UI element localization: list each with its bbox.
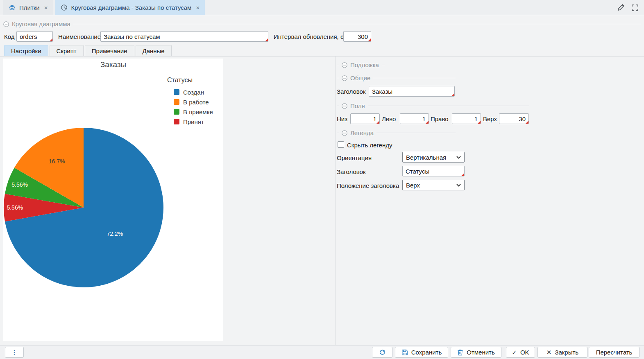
pie-percent-label: 5.56% bbox=[11, 181, 28, 188]
interval-label: Интервал обновления, с bbox=[274, 33, 343, 41]
window-tab-label: Плитки bbox=[19, 4, 40, 11]
tab-note[interactable]: Примечание bbox=[85, 45, 134, 56]
close-icon[interactable]: × bbox=[196, 4, 200, 11]
name-label: Наименование bbox=[58, 33, 101, 41]
legend-swatch bbox=[174, 109, 179, 115]
collapse-icon[interactable] bbox=[342, 75, 347, 81]
pie-percent-label: 5.56% bbox=[7, 204, 23, 211]
tab-data[interactable]: Данные bbox=[136, 45, 172, 56]
layers-icon bbox=[9, 4, 16, 11]
margin-left-field bbox=[400, 113, 429, 124]
group-label: Общие bbox=[350, 75, 370, 81]
margin-left-label: Лево bbox=[382, 115, 396, 123]
group-background-header: Подложка bbox=[337, 61, 385, 68]
ok-button[interactable]: ✓ OK bbox=[506, 347, 535, 358]
hide-legend-label: Скрыть легенду bbox=[347, 142, 392, 149]
legend-swatch bbox=[174, 89, 179, 95]
more-button[interactable]: ⋮ bbox=[5, 347, 24, 358]
cancel-label: Отменить bbox=[467, 349, 495, 356]
legend-swatch bbox=[174, 119, 179, 124]
legend-label: Принят bbox=[183, 118, 204, 125]
pie-percent-label: 72.2% bbox=[107, 230, 123, 237]
more-icon: ⋮ bbox=[11, 349, 18, 356]
collapse-icon[interactable] bbox=[3, 21, 9, 27]
legend-item[interactable]: Принят bbox=[167, 117, 213, 126]
recalculate-button[interactable]: Пересчитать bbox=[589, 347, 639, 358]
margin-bottom-field bbox=[350, 113, 380, 124]
group-label: Подложка bbox=[350, 61, 379, 68]
margin-right-input[interactable] bbox=[452, 114, 481, 124]
margin-bottom-input[interactable] bbox=[351, 114, 379, 124]
chart-title-label: Заголовок bbox=[337, 88, 366, 95]
bottom-toolbar: ⋮ Сохранить Отменить ✓ OK ✕ Закрыть Пере… bbox=[0, 345, 644, 359]
pie-percent-label: 16.7% bbox=[49, 158, 65, 165]
tab-script[interactable]: Скрипт bbox=[50, 45, 84, 56]
hide-legend-checkbox[interactable] bbox=[338, 141, 344, 148]
interval-input[interactable] bbox=[344, 32, 371, 41]
tab-label: Скрипт bbox=[57, 47, 77, 54]
collapse-icon[interactable] bbox=[342, 103, 347, 109]
check-icon: ✓ bbox=[512, 349, 517, 356]
legend-swatch bbox=[174, 99, 179, 105]
tabstrip-divider bbox=[0, 56, 644, 56]
legend-title-label: Заголовок bbox=[337, 168, 366, 176]
form-section-title: Круговая диаграмма bbox=[12, 20, 70, 27]
code-input[interactable] bbox=[17, 32, 52, 41]
window-tabbar: Плитки × Круговая диаграмма - Заказы по … bbox=[0, 0, 644, 15]
group-legend-header: Легенда bbox=[337, 129, 456, 136]
collapse-icon[interactable] bbox=[342, 130, 347, 136]
trash-icon bbox=[457, 349, 463, 356]
tab-label: Примечание bbox=[92, 47, 127, 54]
margin-right-field bbox=[452, 113, 481, 124]
group-general-header: Общие bbox=[337, 75, 456, 81]
margin-top-label: Верх bbox=[483, 115, 497, 123]
chart-title-input[interactable] bbox=[369, 86, 454, 96]
panel-divider bbox=[336, 56, 336, 345]
form-section-header: Круговая диаграмма bbox=[3, 20, 641, 27]
legend-item[interactable]: В работе bbox=[167, 97, 213, 107]
collapse-icon[interactable] bbox=[342, 62, 347, 68]
save-button[interactable]: Сохранить bbox=[395, 347, 448, 358]
cancel-button[interactable]: Отменить bbox=[451, 347, 501, 358]
close-icon[interactable]: × bbox=[44, 4, 48, 11]
margin-top-input[interactable] bbox=[499, 114, 528, 124]
margin-right-label: Право bbox=[431, 115, 449, 123]
window-tab-pie-chart[interactable]: Круговая диаграмма - Заказы по статусам … bbox=[55, 0, 205, 15]
group-label: Поля bbox=[350, 102, 365, 109]
fullscreen-icon[interactable] bbox=[631, 4, 639, 13]
refresh-icon bbox=[379, 349, 386, 356]
legend-title-input[interactable] bbox=[403, 166, 464, 176]
legend-item[interactable]: Создан bbox=[167, 87, 213, 97]
margin-left-input[interactable] bbox=[400, 114, 429, 124]
group-label: Легенда bbox=[350, 129, 374, 136]
name-field bbox=[100, 31, 268, 42]
refresh-button[interactable] bbox=[372, 347, 392, 358]
legend-label: Создан bbox=[183, 89, 204, 96]
ok-label: OK bbox=[520, 349, 529, 356]
tab-settings[interactable]: Настройки bbox=[4, 45, 48, 56]
code-label: Код bbox=[4, 33, 15, 41]
title-position-select[interactable]: Верх bbox=[402, 180, 465, 190]
save-label: Сохранить bbox=[411, 349, 442, 356]
code-field bbox=[16, 31, 53, 42]
margin-top-field bbox=[499, 113, 529, 124]
edit-icon[interactable] bbox=[617, 3, 625, 13]
orientation-select[interactable]: Вертикальная bbox=[402, 152, 465, 163]
chart-legend: Статусы СозданВ работеВ приемкеПринят bbox=[167, 77, 213, 126]
save-icon bbox=[401, 349, 408, 356]
margin-bottom-label: Низ bbox=[337, 115, 347, 123]
title-position-label: Положение заголовка bbox=[337, 182, 399, 190]
tab-label: Настройки bbox=[11, 47, 41, 54]
close-icon: ✕ bbox=[546, 349, 552, 356]
window-tab-label: Круговая диаграмма - Заказы по статусам bbox=[71, 4, 192, 11]
window-tab-tiles[interactable]: Плитки × bbox=[3, 0, 53, 15]
chevron-down-icon bbox=[456, 184, 461, 187]
name-input[interactable] bbox=[101, 32, 268, 41]
close-button[interactable]: ✕ Закрыть bbox=[537, 347, 587, 358]
close-label: Закрыть bbox=[555, 349, 578, 356]
legend-item[interactable]: В приемке bbox=[167, 107, 213, 117]
orientation-label: Ориентация bbox=[337, 154, 372, 162]
legend-title: Статусы bbox=[167, 77, 213, 84]
group-margins-header: Поля bbox=[337, 102, 529, 109]
legend-label: В работе bbox=[183, 99, 209, 106]
